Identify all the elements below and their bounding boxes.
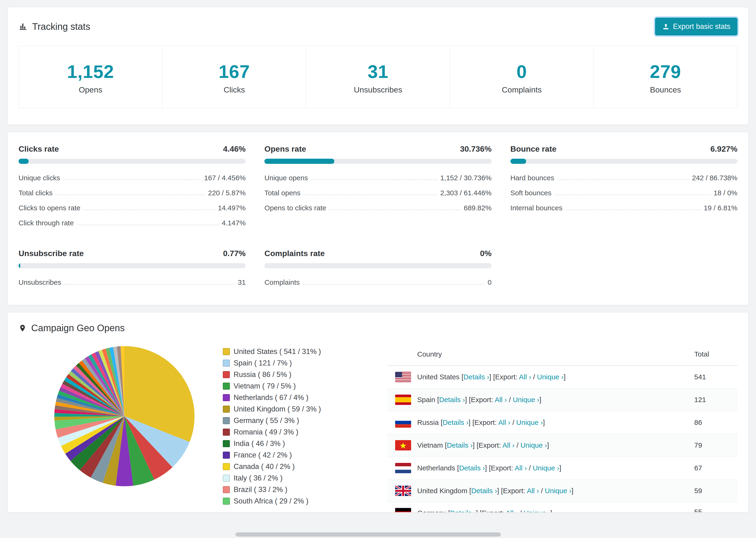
bar-chart-icon xyxy=(19,22,27,31)
rate-head: Bounce rate 6.927% xyxy=(511,144,737,153)
export-all-link[interactable]: All › xyxy=(514,464,527,472)
export-unique-link[interactable]: Unique › xyxy=(524,509,550,512)
bracket-export-close: ] xyxy=(559,464,561,472)
export-separator: / xyxy=(518,509,524,512)
bracket-export-open: ] [Export: xyxy=(473,441,503,449)
legend-swatch xyxy=(223,486,230,493)
bracket-export-open: ] [Export: xyxy=(476,509,506,512)
rate-rows: Hard bounces 242 / 86.738% Soft bounces … xyxy=(511,170,737,215)
progress-bar xyxy=(511,159,737,164)
legend-label: United States ( 541 / 31% ) xyxy=(234,348,321,356)
stat-value: 31 xyxy=(306,61,450,82)
details-link[interactable]: Details › xyxy=(463,373,489,381)
rate-rows: Unique opens 1,152 / 30.736% Total opens… xyxy=(264,170,491,215)
tracking-stats-card: Tracking stats Export basic stats 1,152 … xyxy=(8,7,748,125)
metric-value: 4.147% xyxy=(222,219,246,227)
export-all-link[interactable]: All › xyxy=(503,441,514,449)
export-all-link[interactable]: All › xyxy=(498,418,511,426)
legend-swatch xyxy=(223,405,230,413)
metric-leader xyxy=(63,180,201,180)
metric-leader xyxy=(311,180,437,180)
rates-grid: Clicks rate 4.46% Unique clicks 167 / 4.… xyxy=(8,132,748,305)
progress-fill xyxy=(264,159,334,164)
bracket-export-open: ] [Export: xyxy=(497,487,527,495)
legend-item: India ( 46 / 3% ) xyxy=(223,439,347,448)
stats-row: 1,152 Opens 167 Clicks 31 Unsubscribes 0… xyxy=(19,46,737,108)
details-link[interactable]: Details › xyxy=(450,509,476,512)
export-separator: / xyxy=(531,373,537,381)
progress-fill xyxy=(19,159,28,164)
bracket-export-close: ] xyxy=(539,396,541,404)
metric-row: Total opens 2,303 / 61.446% xyxy=(264,186,491,200)
export-all-link[interactable]: All › xyxy=(495,396,507,404)
stat-value: 0 xyxy=(450,61,594,82)
export-unique-link[interactable]: Unique › xyxy=(516,418,543,426)
legend-label: Brazil ( 33 / 2% ) xyxy=(234,485,287,494)
legend-label: South Africa ( 29 / 2% ) xyxy=(234,497,308,506)
rate-rows: Complaints 0 xyxy=(264,275,491,290)
stat-label: Bounces xyxy=(594,85,737,94)
metric-row: Click through rate 4.147% xyxy=(19,215,245,231)
geo-legend: United States ( 541 / 31% )Spain ( 121 /… xyxy=(216,343,347,509)
metric-row: Internal bounces 19 / 6.81% xyxy=(511,200,737,215)
metric-row: Unique clicks 167 / 4.456% xyxy=(19,170,245,186)
details-link[interactable]: Details › xyxy=(443,418,468,426)
metric-row: Clicks to opens rate 14.497% xyxy=(19,200,245,215)
row-total: 86 xyxy=(694,418,729,426)
export-all-link[interactable]: All › xyxy=(527,487,539,495)
metric-leader xyxy=(77,225,219,225)
metric-label: Click through rate xyxy=(19,219,74,227)
legend-swatch xyxy=(223,452,230,459)
metric-label: Unsubscribes xyxy=(19,278,61,286)
export-unique-link[interactable]: Unique › xyxy=(537,373,564,381)
legend-label: France ( 42 / 2% ) xyxy=(234,451,292,459)
rate-panel: Clicks rate 4.46% Unique clicks 167 / 4.… xyxy=(19,144,245,231)
metric-row: Unsubscribes 31 xyxy=(19,275,245,290)
metric-leader xyxy=(83,210,215,210)
metric-value: 1,152 / 30.736% xyxy=(440,174,492,182)
row-total: 55 xyxy=(694,508,729,512)
rate-head: Unsubscribe rate 0.77% xyxy=(19,249,245,258)
table-row: United Kingdom [Details ›] [Export: All … xyxy=(387,480,737,502)
country-flag xyxy=(395,463,411,473)
geo-header: Campaign Geo Opens xyxy=(8,312,748,342)
geo-title-text: Campaign Geo Opens xyxy=(31,323,125,333)
legend-item: United States ( 541 / 31% ) xyxy=(223,348,347,356)
progress-bar xyxy=(19,159,245,164)
stat-box: 279 Bounces xyxy=(594,46,737,108)
details-link[interactable]: Details › xyxy=(459,464,485,472)
table-row: Netherlands [Details ›] [Export: All › /… xyxy=(387,457,737,480)
details-link[interactable]: Details › xyxy=(447,441,473,449)
export-unique-link[interactable]: Unique › xyxy=(520,441,547,449)
export-unique-link[interactable]: Unique › xyxy=(533,464,559,472)
export-unique-link[interactable]: Unique › xyxy=(513,396,539,404)
details-link[interactable]: Details › xyxy=(439,396,465,404)
export-basic-stats-button[interactable]: Export basic stats xyxy=(655,18,737,35)
export-all-link[interactable]: All › xyxy=(519,373,531,381)
metric-value: 2,303 / 61.446% xyxy=(440,189,492,197)
geo-table-header: Country Total xyxy=(387,343,737,366)
stat-box: 1,152 Opens xyxy=(19,46,162,108)
metric-value: 31 xyxy=(238,278,245,286)
country-name: Netherlands xyxy=(417,464,457,472)
campaign-geo-opens-card: Campaign Geo Opens United States ( 541 /… xyxy=(8,312,748,512)
progress-bar xyxy=(264,263,491,268)
metric-label: Soft bounces xyxy=(511,189,552,197)
country-cell: Vietnam [Details ›] [Export: All › / Uni… xyxy=(417,440,694,451)
country-flag xyxy=(395,417,411,428)
rate-panel: Complaints rate 0% Complaints 0 xyxy=(264,249,491,290)
rate-value: 30.736% xyxy=(460,144,491,153)
map-pin-icon xyxy=(19,323,27,333)
progress-fill xyxy=(19,263,20,268)
export-all-link[interactable]: All › xyxy=(506,509,518,512)
country-name: United States xyxy=(417,373,461,381)
legend-swatch xyxy=(223,498,230,505)
row-total: 79 xyxy=(694,441,729,449)
horizontal-scrollbar-thumb[interactable] xyxy=(236,532,501,537)
metric-label: Hard bounces xyxy=(511,174,554,182)
details-link[interactable]: Details › xyxy=(471,487,497,495)
stat-box: 0 Complaints xyxy=(450,46,594,108)
legend-item: Spain ( 121 / 7% ) xyxy=(223,359,347,367)
metric-value: 689.82% xyxy=(464,204,491,212)
export-unique-link[interactable]: Unique › xyxy=(545,487,571,495)
